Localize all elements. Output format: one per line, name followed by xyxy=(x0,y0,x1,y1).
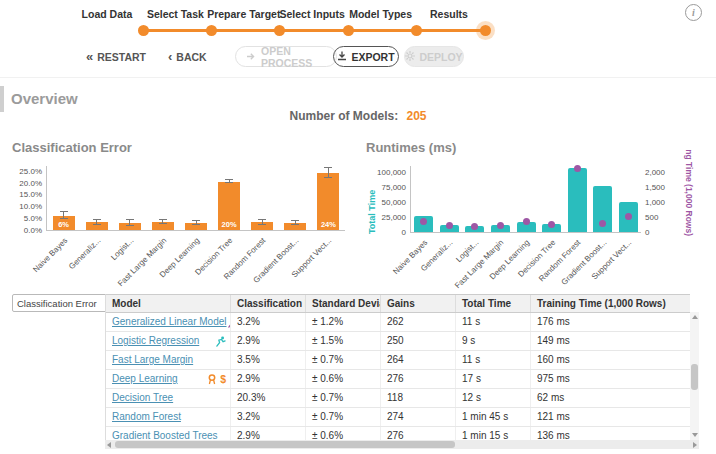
stepper-line xyxy=(143,29,485,32)
info-icon[interactable]: i xyxy=(685,4,702,21)
model-link[interactable]: Fast Large Margin xyxy=(112,351,193,369)
scoring-time-point-4[interactable] xyxy=(523,218,530,225)
classification-error-cell: 2.9% xyxy=(231,332,306,350)
model-cell: Gradient Boosted Trees xyxy=(106,427,231,440)
right-axis-tick-label: 2,000 xyxy=(645,168,679,177)
header-divider xyxy=(0,77,716,78)
stepper-step-dot[interactable] xyxy=(138,25,149,36)
table-row: Gradient Boosted Trees2.9%± 0.6%2761 min… xyxy=(106,427,690,440)
error-whisker-cap xyxy=(291,224,299,225)
scroll-down-icon[interactable] xyxy=(692,433,698,437)
standard-deviation-cell: ± 0.7% xyxy=(306,351,381,369)
medal-icon xyxy=(207,374,217,385)
table-header-row: ModelClassification ErrorStandard Deviat… xyxy=(106,295,690,313)
error-whisker-cap xyxy=(225,182,233,183)
gains-cell: 118 xyxy=(381,389,456,407)
column-header-2[interactable]: Standard Deviation xyxy=(306,295,381,312)
scoring-time-point-1[interactable] xyxy=(446,222,453,229)
error-whisker-cap xyxy=(258,219,266,220)
gains-cell: 276 xyxy=(381,370,456,388)
sort-column-dropdown[interactable]: Classification Error ▼ xyxy=(12,294,116,312)
column-header-0[interactable]: Model xyxy=(106,295,231,312)
column-header-3[interactable]: Gains xyxy=(381,295,456,312)
classification-error-plot-area: 6%20%24% xyxy=(46,166,345,231)
model-link[interactable]: Random Forest xyxy=(112,408,181,426)
table-row: Logistic Regression2.9%± 1.5%2509 s149 m… xyxy=(106,332,690,351)
error-whisker-cap xyxy=(126,219,134,220)
stepper-step-dot[interactable] xyxy=(411,25,422,36)
model-cell: Random Forest xyxy=(106,408,231,426)
table-horizontal-scrollbar[interactable] xyxy=(105,440,699,449)
back-button[interactable]: ‹ BACK xyxy=(168,46,207,67)
stepper-step-dot[interactable] xyxy=(206,25,217,36)
bar-value-label: 24% xyxy=(317,220,339,229)
model-link[interactable]: Logistic Regression xyxy=(112,332,199,350)
stepper-step-label: Select Task xyxy=(147,8,204,20)
standard-deviation-cell: ± 1.5% xyxy=(306,332,381,350)
deploy-button: DEPLOY xyxy=(404,46,464,67)
model-link[interactable]: Generalized Linear Model xyxy=(112,313,227,331)
right-axis-tick-label: 1,000 xyxy=(645,198,679,207)
horizontal-scroll-thumb[interactable] xyxy=(115,441,455,448)
training-time-cell: 62 ms xyxy=(531,389,690,407)
classification-error-cell: 3.2% xyxy=(231,408,306,426)
right-axis-title-clip: Scoring Time (1,000 Rows) xyxy=(682,150,695,285)
scroll-left-icon[interactable] xyxy=(107,442,111,448)
column-header-5[interactable]: Training Time (1,000 Rows) xyxy=(531,295,690,312)
right-axis-title: Scoring Time (1,000 Rows) xyxy=(684,150,694,236)
restart-button[interactable]: « RESTART xyxy=(86,46,146,67)
gains-cell: 250 xyxy=(381,332,456,350)
number-of-models-label: Number of Models: xyxy=(289,109,398,123)
scroll-up-icon[interactable] xyxy=(692,315,698,319)
scoring-time-point-7[interactable] xyxy=(599,220,606,227)
total-time-bar-6[interactable] xyxy=(568,168,587,232)
export-button[interactable]: EXPORT xyxy=(333,46,399,67)
stepper-step-label: Load Data xyxy=(82,8,133,20)
standard-deviation-cell: ± 1.2% xyxy=(306,313,381,331)
model-link[interactable]: Gradient Boosted Trees xyxy=(112,427,218,440)
bar-value-label: 20% xyxy=(218,220,240,229)
table-row: Decision Tree20.3%± 0.7%11812 s62 ms xyxy=(106,389,690,408)
scoring-time-point-0[interactable] xyxy=(420,218,427,225)
error-whisker-cap xyxy=(93,224,101,225)
scoring-time-point-3[interactable] xyxy=(497,222,504,229)
number-of-models-value: 205 xyxy=(406,109,426,123)
training-time-cell: 121 ms xyxy=(531,408,690,426)
dollar-icon: $ xyxy=(220,370,226,388)
scroll-right-icon[interactable] xyxy=(693,442,697,448)
scoring-time-point-8[interactable] xyxy=(625,213,632,220)
chevron-left-icon: ‹ xyxy=(168,50,172,63)
runtimes-chart: 025,00050,00075,000100,00005001,0001,500… xyxy=(365,138,715,288)
scoring-time-point-6[interactable] xyxy=(574,165,581,172)
stepper-step-dot[interactable] xyxy=(343,25,354,36)
table-vertical-scrollbar[interactable] xyxy=(690,312,699,440)
error-bar-8[interactable]: 24% xyxy=(317,173,339,230)
error-bar-5[interactable]: 20% xyxy=(218,182,240,230)
error-whisker-cap xyxy=(258,224,266,225)
table-row: Fast Large Margin3.5%± 0.7%26411 s160 ms xyxy=(106,351,690,370)
column-header-1[interactable]: Classification Error xyxy=(231,295,306,312)
model-icons: $ xyxy=(207,370,226,388)
stepper-step-dot[interactable] xyxy=(274,25,285,36)
model-icons xyxy=(215,336,226,347)
error-whisker-cap xyxy=(159,223,167,224)
error-whisker-cap xyxy=(324,167,332,168)
total-time-cell: 12 s xyxy=(456,389,531,407)
vertical-scroll-thumb[interactable] xyxy=(691,364,698,390)
column-header-4[interactable]: Total Time xyxy=(456,295,531,312)
training-time-cell: 975 ms xyxy=(531,370,690,388)
gear-icon xyxy=(405,51,415,63)
error-whisker-cap xyxy=(291,220,299,221)
right-axis-tick-label: 1,500 xyxy=(645,183,679,192)
standard-deviation-cell: ± 0.6% xyxy=(306,427,381,440)
model-link[interactable]: Deep Learning xyxy=(112,370,178,388)
model-cell: Fast Large Margin xyxy=(106,351,231,369)
open-process-icon xyxy=(246,51,257,63)
total-time-cell: 9 s xyxy=(456,332,531,350)
training-time-cell: 176 ms xyxy=(531,313,690,331)
automodel-results-screen: i Load DataSelect TaskPrepare TargetSele… xyxy=(0,0,716,454)
stepper-step-dot-current[interactable] xyxy=(480,25,491,36)
standard-deviation-cell: ± 0.7% xyxy=(306,408,381,426)
error-whisker-cap xyxy=(324,177,332,178)
model-link[interactable]: Decision Tree xyxy=(112,389,173,407)
